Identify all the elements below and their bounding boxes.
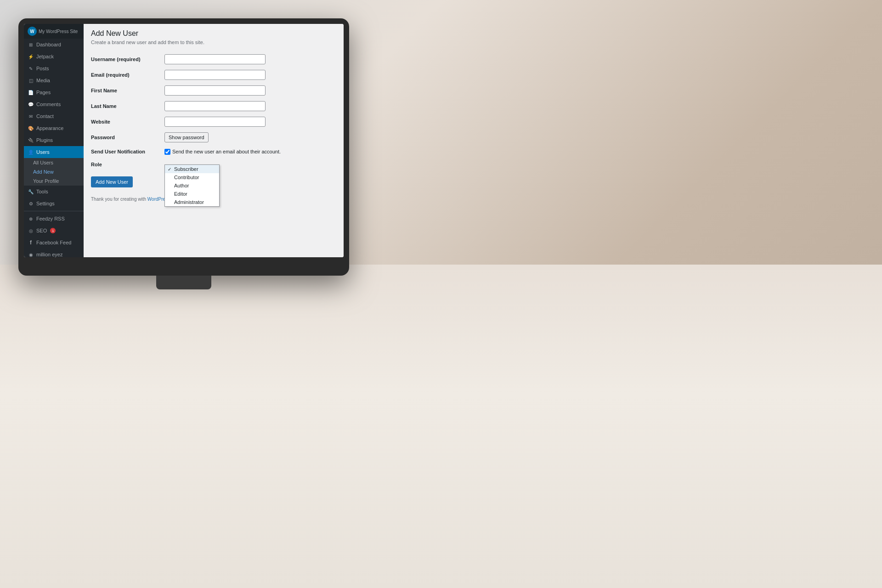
sidebar-item-label: Users	[36, 149, 50, 155]
sidebar-item-label: Contact	[36, 113, 54, 119]
role-option-author[interactable]: Author	[165, 181, 219, 190]
sidebar-item-dashboard[interactable]: ⊞ Dashboard	[24, 39, 84, 51]
password-label: Password	[91, 130, 164, 145]
feedzy-icon: ⊕	[28, 215, 34, 222]
role-option-administrator[interactable]: Administrator	[165, 198, 219, 206]
page-subtitle: Create a brand new user and add them to …	[91, 40, 336, 45]
sidebar-item-facebook-feed[interactable]: f Facebook Feed	[24, 237, 84, 249]
sidebar-item-appearance[interactable]: 🎨 Appearance	[24, 122, 84, 134]
tools-icon: 🔧	[28, 188, 34, 195]
appearance-icon: 🎨	[28, 125, 34, 131]
send-notification-text: Send the new user an email about their a…	[172, 149, 281, 154]
password-row: Password Show password	[91, 130, 336, 145]
sidebar-item-label: Posts	[36, 66, 49, 71]
users-submenu: All Users Add New Your Profile	[24, 158, 84, 186]
lastname-label: Last Name	[91, 98, 164, 114]
role-label: Role	[91, 158, 164, 171]
wp-sidebar: W My WordPress Site ⊞ Dashboard ⚡ Jetpac…	[24, 24, 84, 257]
lastname-input[interactable]	[164, 101, 266, 111]
submenu-add-new[interactable]: Add New	[24, 167, 84, 176]
sidebar-item-plugins[interactable]: 🔌 Plugins	[24, 134, 84, 146]
role-option-subscriber[interactable]: ✓ Subscriber	[165, 165, 219, 173]
sidebar-item-label: Pages	[36, 90, 51, 95]
users-icon: 👤	[28, 149, 34, 155]
sidebar-item-label: Feedzy RSS	[36, 216, 65, 221]
jetpack-icon: ⚡	[28, 53, 34, 60]
plugins-icon: 🔌	[28, 137, 34, 143]
seo-icon: ◎	[28, 227, 34, 234]
role-option-contributor[interactable]: Contributor	[165, 173, 219, 181]
media-icon: ◫	[28, 77, 34, 84]
role-option-label: Contributor	[174, 175, 199, 180]
role-dropdown-list: ✓ Subscriber Contributor	[164, 164, 220, 207]
website-input[interactable]	[164, 117, 266, 127]
firstname-input[interactable]	[164, 85, 266, 96]
send-notification-checkbox[interactable]	[164, 149, 170, 155]
page-title: Add New User	[91, 29, 336, 38]
facebook-icon: f	[28, 239, 34, 246]
sidebar-item-label: Dashboard	[36, 42, 61, 47]
username-label: Username (required)	[91, 51, 164, 67]
submenu-all-users[interactable]: All Users	[24, 158, 84, 167]
send-notification-row: Send User Notification Send the new user…	[91, 145, 336, 158]
sidebar-item-label: Jetpack	[36, 54, 54, 59]
monitor-stand	[156, 276, 211, 289]
website-label: Website	[91, 114, 164, 130]
email-label: Email (required)	[91, 67, 164, 83]
sidebar-header: W My WordPress Site	[24, 24, 84, 39]
sidebar-item-jetpack[interactable]: ⚡ Jetpack	[24, 51, 84, 62]
sidebar-item-label: Appearance	[36, 125, 63, 131]
sidebar-item-posts[interactable]: ✎ Posts	[24, 62, 84, 74]
email-input[interactable]	[164, 70, 266, 80]
sidebar-item-feedzy[interactable]: ⊕ Feedzy RSS	[24, 213, 84, 225]
sidebar-item-contact[interactable]: ✉ Contact	[24, 110, 84, 122]
sidebar-item-label: Settings	[36, 201, 55, 206]
sidebar-item-pages[interactable]: 📄 Pages	[24, 86, 84, 98]
email-row: Email (required)	[91, 67, 336, 83]
username-row: Username (required)	[91, 51, 336, 67]
wp-admin: W My WordPress Site ⊞ Dashboard ⚡ Jetpac…	[24, 24, 344, 257]
sidebar-item-label: Media	[36, 78, 50, 83]
send-notification-wrap: Send the new user an email about their a…	[164, 149, 336, 155]
million-eyez-icon: ◉	[28, 251, 34, 257]
sidebar-item-tools[interactable]: 🔧 Tools	[24, 186, 84, 198]
sidebar-item-label: Comments	[36, 102, 61, 107]
checkmark-icon: ✓	[168, 167, 172, 172]
monitor: W My WordPress Site ⊞ Dashboard ⚡ Jetpac…	[18, 18, 349, 276]
footer-text: Thank you for creating with	[91, 197, 147, 202]
sidebar-item-seo[interactable]: ◎ SEO 1	[24, 225, 84, 237]
show-password-button[interactable]: Show password	[164, 132, 209, 142]
role-option-label: Author	[174, 183, 189, 188]
pages-icon: 📄	[28, 89, 34, 96]
role-row: Role ✓ Subscriber	[91, 158, 336, 171]
seo-badge: 1	[50, 228, 56, 233]
submenu-your-profile[interactable]: Your Profile	[24, 176, 84, 186]
sidebar-item-users[interactable]: 👤 Users	[24, 146, 84, 158]
desk-surface	[0, 265, 882, 588]
add-new-user-button[interactable]: Add New User	[91, 176, 133, 187]
role-option-label: Editor	[174, 191, 187, 197]
sidebar-item-label: Plugins	[36, 137, 53, 143]
send-notification-label: Send User Notification	[91, 145, 164, 158]
role-option-label: Subscriber	[174, 166, 198, 172]
firstname-label: First Name	[91, 83, 164, 98]
contact-icon: ✉	[28, 113, 34, 119]
lastname-row: Last Name	[91, 98, 336, 114]
wp-main-content: Add New User Create a brand new user and…	[84, 24, 344, 257]
username-input[interactable]	[164, 54, 266, 64]
sidebar-item-million-eyez[interactable]: ◉ million eyez	[24, 249, 84, 257]
sidebar-item-label: million eyez	[36, 252, 62, 257]
settings-icon: ⚙	[28, 200, 34, 207]
sidebar-item-label: SEO	[36, 228, 47, 233]
posts-icon: ✎	[28, 65, 34, 72]
sidebar-item-comments[interactable]: 💬 Comments	[24, 98, 84, 110]
wp-logo: W	[28, 27, 37, 36]
monitor-screen: W My WordPress Site ⊞ Dashboard ⚡ Jetpac…	[24, 24, 344, 257]
sidebar-divider	[24, 211, 84, 211]
sidebar-item-media[interactable]: ◫ Media	[24, 74, 84, 86]
sidebar-item-settings[interactable]: ⚙ Settings	[24, 198, 84, 209]
role-option-label: Administrator	[174, 199, 204, 205]
dashboard-icon: ⊞	[28, 41, 34, 48]
role-option-editor[interactable]: Editor	[165, 190, 219, 198]
firstname-row: First Name	[91, 83, 336, 98]
